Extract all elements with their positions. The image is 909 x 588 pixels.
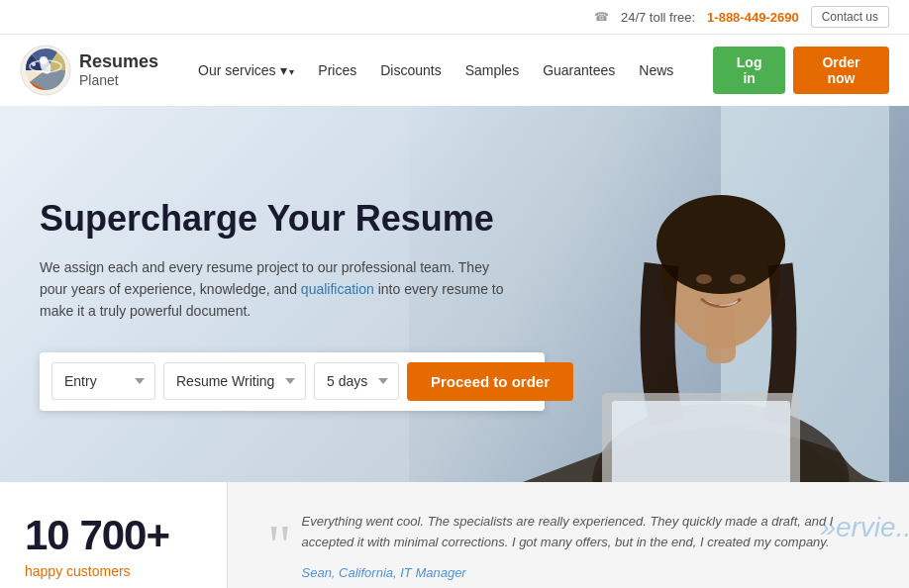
nav-prices[interactable]: Prices [308, 56, 366, 84]
svg-point-12 [696, 274, 712, 284]
brand-name: Resumes [79, 51, 158, 73]
stats-panel: 10 700+ happy customers [0, 482, 228, 588]
toll-free-label: 24/7 toll free: [621, 10, 695, 25]
top-bar: ☎ 24/7 toll free: 1-888-449-2690 Contact… [0, 0, 909, 35]
svg-point-13 [730, 274, 746, 284]
header: Resumes Planet Our services ▾ Prices Dis… [0, 35, 909, 106]
nav-news[interactable]: News [629, 56, 683, 84]
testimonial-text: Everything went cool. The specialists ar… [267, 512, 869, 553]
login-button[interactable]: Log in [713, 47, 785, 94]
contact-us-button[interactable]: Contact us [811, 6, 889, 28]
stats-label: happy customers [25, 563, 202, 579]
logo[interactable]: Resumes Planet [20, 45, 158, 96]
svg-rect-15 [612, 401, 790, 482]
days-select[interactable]: 5 days 3 days 1 day [314, 362, 399, 400]
hero-subtitle: We assign each and every resume project … [40, 256, 515, 323]
order-bar: Entry Junior Mid-Level Senior Resume Wri… [40, 352, 545, 411]
testimonial-author: Sean, California, IT Manager [267, 565, 869, 580]
nav-discounts[interactable]: Discounts [370, 56, 451, 84]
order-now-button[interactable]: Order now [793, 47, 889, 94]
hero-section: Supercharge Your Resume We assign each a… [0, 106, 909, 482]
main-nav: Our services ▾ Prices Discounts Samples … [188, 56, 683, 84]
proceed-to-order-button[interactable]: Proceed to order [407, 362, 573, 401]
next-section-hint: »ervie... [820, 512, 909, 543]
level-select[interactable]: Entry Junior Mid-Level Senior [51, 362, 155, 400]
brand-sub: Planet [79, 72, 158, 89]
hero-content: Supercharge Your Resume We assign each a… [0, 147, 574, 440]
bottom-section: 10 700+ happy customers " Everything wen… [0, 482, 909, 588]
nav-samples[interactable]: Samples [455, 56, 529, 84]
logo-text: Resumes Planet [79, 51, 158, 89]
stats-number: 10 700+ [25, 512, 202, 559]
logo-icon [20, 45, 71, 96]
nav-our-services[interactable]: Our services ▾ [188, 56, 304, 84]
nav-right: Log in Order now [713, 47, 889, 94]
phone-number: 1-888-449-2690 [707, 10, 799, 25]
phone-icon: ☎ [594, 10, 609, 24]
svg-point-5 [32, 62, 36, 66]
quote-mark: " [267, 522, 292, 569]
hero-title: Supercharge Your Resume [40, 197, 545, 240]
service-select[interactable]: Resume Writing CV Writing Cover Letter [163, 362, 306, 400]
nav-guarantees[interactable]: Guarantees [533, 56, 625, 84]
testimonial-panel: " Everything went cool. The specialists … [228, 482, 909, 588]
